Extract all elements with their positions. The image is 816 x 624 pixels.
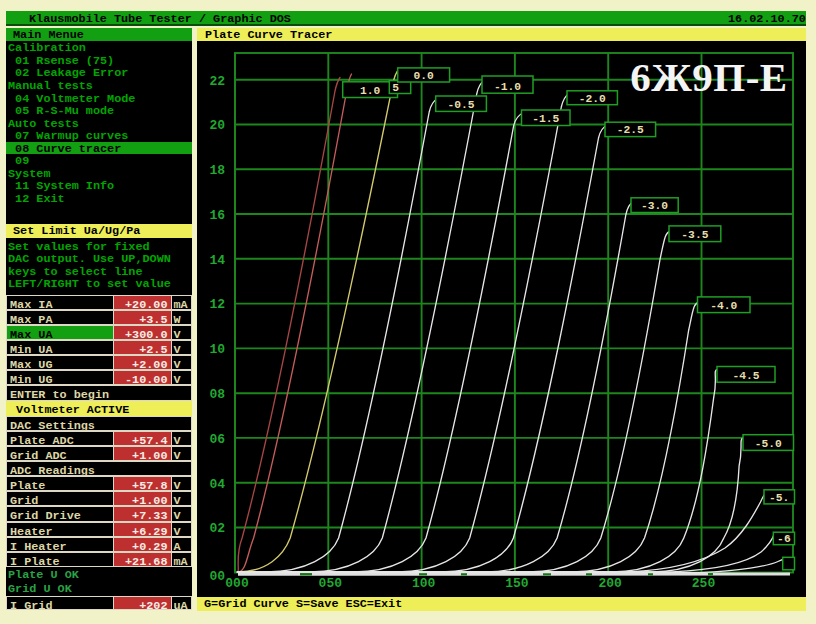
svg-text:050: 050 xyxy=(319,576,343,591)
svg-text:-2.5: -2.5 xyxy=(617,124,644,136)
svg-text:00: 00 xyxy=(209,569,225,584)
svg-text:10: 10 xyxy=(209,342,225,357)
svg-text:250: 250 xyxy=(692,576,716,591)
svg-text:150: 150 xyxy=(505,576,529,591)
svg-text:-6: -6 xyxy=(777,533,791,545)
svg-text:12: 12 xyxy=(209,297,225,312)
svg-text:5: 5 xyxy=(392,82,399,94)
svg-text:-5.0: -5.0 xyxy=(755,438,782,450)
svg-text:1.0: 1.0 xyxy=(360,85,381,97)
svg-text:20: 20 xyxy=(209,118,225,133)
svg-text:-4.5: -4.5 xyxy=(732,370,759,382)
svg-text:02: 02 xyxy=(209,521,225,536)
svg-text:6Ж9П-Е: 6Ж9П-Е xyxy=(630,54,787,100)
svg-text:18: 18 xyxy=(209,163,225,178)
svg-text:-2.0: -2.0 xyxy=(579,93,606,105)
svg-text:14: 14 xyxy=(209,253,225,268)
svg-text:16: 16 xyxy=(209,208,225,223)
svg-text:08: 08 xyxy=(209,387,225,402)
svg-text:-5.: -5. xyxy=(769,492,789,504)
svg-text:100: 100 xyxy=(412,576,436,591)
svg-text:-3.0: -3.0 xyxy=(641,200,668,212)
svg-text:000: 000 xyxy=(225,576,249,591)
svg-text:04: 04 xyxy=(209,477,225,492)
svg-text:-0.5: -0.5 xyxy=(447,99,474,111)
svg-text:06: 06 xyxy=(209,432,225,447)
svg-text:-1.5: -1.5 xyxy=(532,113,559,125)
svg-text:0.0: 0.0 xyxy=(413,70,434,82)
svg-text:22: 22 xyxy=(209,74,225,89)
svg-text:-4.0: -4.0 xyxy=(710,300,737,312)
svg-text:-3.5: -3.5 xyxy=(681,229,708,241)
svg-text:-1.0: -1.0 xyxy=(494,81,521,93)
svg-text:200: 200 xyxy=(598,576,622,591)
